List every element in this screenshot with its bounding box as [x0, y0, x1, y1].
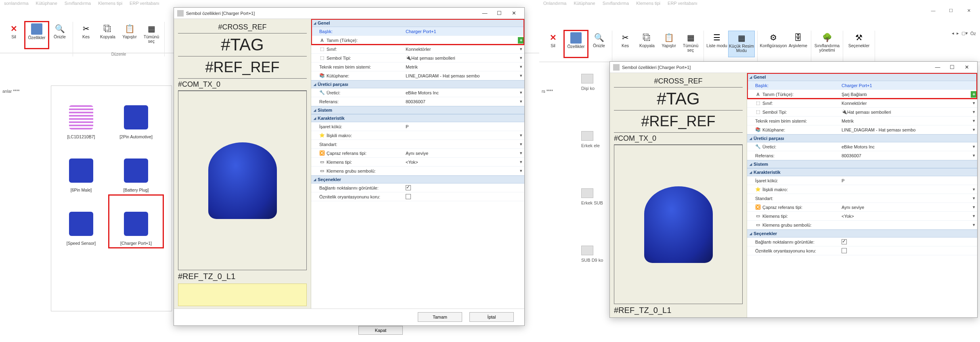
property-row[interactable]: ⭐İlişkili makro:▾: [747, 185, 977, 194]
archive-button[interactable]: 🗄Arşivleme: [787, 31, 808, 57]
dropdown-icon[interactable]: ▾: [971, 222, 977, 227]
property-row[interactable]: ⬚Sembol Tipi:🔌Hat şeması sembolleri▾: [747, 108, 977, 117]
properties-button[interactable]: Özellikler: [25, 22, 48, 48]
dialog-title-bar[interactable]: Sembol özellikleri [Charger Port+1] — ☐ …: [174, 8, 524, 19]
dropdown-icon[interactable]: ▢▾: [961, 31, 968, 36]
property-row[interactable]: Bağlantı noktalarını görüntüle:: [311, 184, 524, 192]
property-row[interactable]: ▭Klemens tipi:<Yok>▾: [747, 212, 977, 221]
dropdown-icon[interactable]: ▾: [971, 100, 977, 106]
list-item[interactable]: Dişi ko: [581, 85, 608, 92]
dropdown-icon[interactable]: ▾: [971, 204, 977, 210]
library-thumb[interactable]: [LC1D1210B7]: [54, 89, 108, 141]
list-item[interactable]: SUB D9 ko: [581, 256, 608, 264]
paste-button[interactable]: 📋Yapıştır: [658, 31, 679, 57]
property-row[interactable]: 📚Kütüphane:LINE_DIAGRAM - Hat şeması sem…: [311, 71, 524, 80]
property-row[interactable]: İşaret kökü:P: [747, 176, 977, 185]
group-header[interactable]: Genel: [747, 73, 977, 81]
group-header[interactable]: Sistem: [311, 106, 524, 114]
dialog-title-bar[interactable]: Sembol özellikleri [Charger Port+1] — ☐ …: [610, 62, 977, 73]
dropdown-icon[interactable]: ▾: [518, 159, 524, 165]
list-item[interactable]: [581, 190, 608, 197]
list-mode-button[interactable]: ☰Liste modu: [706, 31, 727, 57]
group-header[interactable]: Üretici parçası: [747, 134, 977, 142]
property-row[interactable]: ATanım (Türkçe):Şarj Bağlantı+: [747, 90, 977, 99]
dropdown-icon[interactable]: ▾: [518, 73, 524, 78]
dropdown-icon[interactable]: ▾: [971, 127, 977, 132]
cut-button[interactable]: ✂Kes: [615, 31, 636, 57]
minimize-button[interactable]: —: [930, 63, 945, 72]
dropdown-icon[interactable]: ▾: [971, 153, 977, 158]
dropdown-icon[interactable]: ▾: [518, 168, 524, 173]
dropdown-icon[interactable]: ▾: [518, 99, 524, 104]
maximize-button[interactable]: ☐: [945, 63, 959, 72]
property-row[interactable]: Teknik resim birim sistemi:Metrik▾: [747, 117, 977, 125]
list-item[interactable]: [581, 132, 608, 140]
dropdown-icon[interactable]: ▾: [518, 55, 524, 60]
paste-button[interactable]: 📋Yapıştır: [119, 22, 140, 48]
property-row[interactable]: ⬚Sembol Tipi:🔌Hat şeması sembolleri▾: [311, 54, 524, 63]
add-button[interactable]: +: [518, 37, 524, 44]
maximize-button[interactable]: ☐: [492, 9, 507, 18]
list-item[interactable]: [581, 247, 608, 254]
select-all-button[interactable]: ▦Tümünü seç: [680, 31, 701, 57]
dropdown-icon[interactable]: ▾: [518, 64, 524, 69]
dropdown-icon[interactable]: ▾: [971, 213, 977, 219]
property-row[interactable]: Başlık:Charger Port+1: [311, 27, 524, 36]
group-header[interactable]: Karakteristik: [747, 168, 977, 176]
dropdown-icon[interactable]: ▾: [518, 133, 524, 138]
property-row[interactable]: ⬚Sınıf:Konnektörler▾: [747, 99, 977, 108]
list-item[interactable]: Erkek ele: [581, 142, 608, 149]
library-thumb[interactable]: [6Pin Male]: [54, 142, 108, 194]
classification-mgmt-button[interactable]: 🌳Sınıflandırma yönetimi: [814, 31, 840, 57]
list-item[interactable]: Erkek SUB: [581, 199, 608, 206]
delete-button[interactable]: ✕ Sil: [3, 22, 24, 48]
dropdown-icon[interactable]: ▾: [971, 196, 977, 201]
property-row[interactable]: 🔧Üretici:eBike Motors Inc▾: [747, 142, 977, 151]
checkbox[interactable]: [406, 194, 411, 199]
group-header[interactable]: Genel: [311, 19, 524, 27]
close-button[interactable]: ✕: [959, 63, 974, 72]
property-row[interactable]: 📚Kütüphane:LINE_DIAGRAM - Hat şeması sem…: [747, 125, 977, 134]
group-header[interactable]: Sistem: [747, 160, 977, 168]
library-thumb[interactable]: [2Pin Automotive]: [109, 89, 163, 141]
chevron-right-icon[interactable]: ▸: [957, 31, 959, 36]
close-button[interactable]: ✕: [507, 9, 521, 18]
minimize-button[interactable]: —: [477, 9, 492, 18]
property-row[interactable]: 🔀Çapraz referans tipi:Aynı seviye▾: [311, 149, 524, 158]
checkbox[interactable]: [842, 239, 847, 244]
add-button[interactable]: +: [971, 91, 977, 98]
dropdown-icon[interactable]: ▾: [971, 187, 977, 192]
property-row[interactable]: Bağlantı noktalarını görüntüle:: [747, 238, 977, 246]
property-row[interactable]: Başlık:Charger Port+1: [747, 81, 977, 90]
copy-button[interactable]: ⿻Kopyala: [637, 31, 658, 57]
property-row[interactable]: Standart:▾: [311, 140, 524, 149]
cancel-button[interactable]: İptal: [469, 312, 514, 322]
property-row[interactable]: ▭Klemens grubu sembolü:▾: [747, 221, 977, 229]
property-row[interactable]: Referans:80036007▾: [747, 151, 977, 160]
library-thumb[interactable]: [Speed Sensor]: [54, 196, 108, 247]
property-row[interactable]: ▭Klemens grubu sembolü:▾: [311, 167, 524, 175]
property-row[interactable]: Teknik resim birim sistemi:Metrik▾: [311, 63, 524, 71]
dropdown-icon[interactable]: ▾: [518, 46, 524, 52]
delete-button[interactable]: ✕Sil: [542, 31, 563, 57]
thumbnail-mode-button[interactable]: ▦Küçük Resim Modu: [728, 31, 755, 57]
dropdown-icon[interactable]: ▾: [518, 90, 524, 95]
dropdown-icon[interactable]: ▾: [518, 142, 524, 147]
property-row[interactable]: 🔧Üretici:eBike Motors Inc▾: [311, 88, 524, 97]
checkbox[interactable]: [406, 185, 411, 190]
group-header[interactable]: Seçenekler: [747, 229, 977, 238]
property-row[interactable]: ⬚Sınıf:Konnektörler▾: [311, 45, 524, 54]
property-row[interactable]: Standart:▾: [747, 194, 977, 203]
library-thumb[interactable]: [Battery Plug]: [109, 142, 163, 194]
configuration-button[interactable]: ⚙Konfigürasyon: [760, 31, 787, 57]
property-row[interactable]: ⭐İlişkili makro:▾: [311, 131, 524, 140]
dropdown-icon[interactable]: ▾: [971, 144, 977, 149]
dropdown-icon[interactable]: ▾: [971, 109, 977, 115]
list-item[interactable]: [581, 75, 608, 82]
preview-button[interactable]: 🔍 Önizle: [49, 22, 70, 48]
options-button[interactable]: ⚒Seçenekler: [846, 31, 872, 57]
preview-button[interactable]: 🔍Önizle: [588, 31, 609, 57]
cut-button[interactable]: ✂Kes: [75, 22, 96, 48]
chevron-left-icon[interactable]: ◂: [952, 31, 954, 36]
property-row[interactable]: Öznitelik oryantasyonunu koru:: [747, 246, 977, 255]
